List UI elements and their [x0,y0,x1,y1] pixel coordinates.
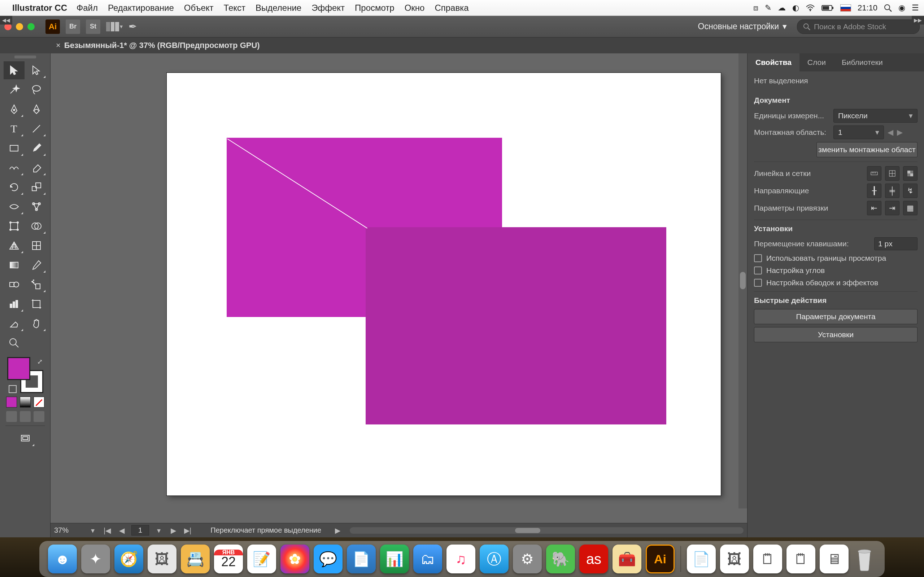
bridge-button[interactable]: Br [66,19,80,34]
artboard-tool[interactable] [26,295,47,313]
status-play-icon[interactable]: ▶ [335,526,340,535]
fill-stroke-indicator[interactable]: ⤢ [7,357,43,393]
shape-builder-tool[interactable] [26,217,47,235]
guides-lock-button[interactable]: ╪ [885,184,900,198]
wifi-icon[interactable] [806,4,815,11]
artboard-number[interactable]: 1 [131,525,149,535]
last-artboard-button[interactable]: ▶| [183,526,192,535]
adobe-stock-search[interactable]: Поиск в Adobe Stock [797,19,920,34]
draw-normal-button[interactable] [6,411,17,422]
horizontal-scroll-thumb[interactable] [515,528,540,533]
dock-pages[interactable]: 📄 [347,545,376,574]
swap-fill-stroke-icon[interactable]: ⤢ [37,358,43,366]
curvature-tool[interactable] [26,100,47,118]
snap-to-pixel-button[interactable]: ▦ [903,201,918,215]
gradient-mode-button[interactable] [20,397,31,408]
checkbox-strokes-effects[interactable]: Настройка обводок и эффектов [754,279,918,287]
tab-layers[interactable]: Слои [800,53,834,71]
zoom-level[interactable]: 37% [54,526,83,534]
dropbox-icon[interactable]: ⧈ [753,3,758,13]
eyedropper-tool[interactable] [26,256,47,274]
preferences-button[interactable]: Установки [754,327,918,342]
snap-to-grid-button[interactable]: ⇥ [885,201,900,215]
dock-illustrator[interactable]: Ai [646,545,675,574]
artboard-dropdown[interactable]: 1 [834,126,884,139]
dock-recent-4[interactable]: 🗒 [787,545,815,574]
dock-appstore[interactable]: Ⓐ [480,545,509,574]
app-name[interactable]: Illustrator CC [12,3,67,13]
dock-app-generic[interactable]: 🧰 [612,545,641,574]
menu-file[interactable]: Файл [76,3,98,13]
stock-button[interactable]: St [86,19,100,34]
menu-view[interactable]: Просмотр [355,3,394,13]
dock-settings[interactable]: ⚙ [513,545,542,574]
tab-properties[interactable]: Свойства [748,53,800,71]
dock-photos[interactable]: ✿ [281,545,309,574]
mesh-tool[interactable] [26,237,47,255]
symbol-sprayer-tool[interactable] [26,276,47,293]
document-tab-title[interactable]: Безымянный-1* @ 37% (RGB/Предпросмотр GP… [64,41,260,50]
artboard-dropdown[interactable] [154,526,163,535]
battery-icon[interactable] [822,5,834,11]
perspective-grid-tool[interactable] [3,237,24,255]
eraser-tool[interactable] [26,159,47,177]
none-mode-button[interactable] [34,397,44,408]
column-graph-tool[interactable] [3,295,24,313]
magic-wand-tool[interactable] [3,81,24,99]
checkbox-corners[interactable]: Настройка углов [754,266,918,275]
keymove-input[interactable]: 1 px [874,237,918,250]
arrange-documents-button[interactable]: ▾ [106,20,123,33]
dock-safari[interactable]: 🧭 [115,545,143,574]
prev-artboard-icon[interactable]: ◀ [888,128,893,137]
menu-object[interactable]: Объект [184,3,214,13]
workspace-switcher[interactable]: Основные настройки [694,22,791,31]
dock-evernote[interactable]: 🐘 [546,545,575,574]
cloud-icon[interactable]: ☁ [778,3,786,13]
dock-itunes[interactable]: ♫ [446,545,475,574]
zoom-tool[interactable] [3,334,24,352]
type-tool[interactable]: T [3,120,24,138]
collapse-left-handle[interactable]: ◀◀ [0,16,12,24]
window-zoom-button[interactable] [27,23,35,30]
rectangle-tool[interactable] [3,139,24,157]
fill-swatch[interactable] [7,357,30,380]
creative-cloud-icon[interactable]: ◐ [792,3,799,13]
collapse-right-handle[interactable]: ▶▶ [912,16,924,24]
free-transform-tool[interactable] [3,217,24,235]
checkbox-preview-bounds[interactable]: Использовать границы просмотра [754,254,918,263]
screen-mode-button[interactable] [15,429,36,448]
slice-tool[interactable] [3,314,24,332]
dock-recent-3[interactable]: 🗒 [753,545,782,574]
spotlight-icon[interactable] [884,4,892,12]
pen-tool[interactable] [3,100,24,118]
prev-artboard-button[interactable]: ◀ [117,526,126,535]
snap-to-point-button[interactable]: ⇤ [867,201,881,215]
dock-contacts[interactable]: 📇 [181,545,210,574]
menu-edit[interactable]: Редактирование [108,3,174,13]
hand-tool[interactable] [26,314,47,332]
guides-show-button[interactable]: ╂ [867,184,881,198]
dock-lastfm[interactable]: as [579,545,608,574]
shaper-tool[interactable] [3,159,24,177]
canvas-viewport[interactable] [50,53,747,523]
zoom-dropdown[interactable] [88,526,97,535]
width-tool[interactable] [3,198,24,216]
window-minimize-button[interactable] [16,23,23,30]
evernote-icon[interactable]: ✎ [765,3,771,13]
dock-recent-5[interactable]: 🖥 [820,545,848,574]
document-setup-button[interactable]: Параметры документа [754,309,918,324]
smart-guides-button[interactable]: ↯ [903,184,918,198]
transparency-grid-button[interactable] [903,166,918,181]
clock[interactable]: 21:10 [858,3,877,13]
menu-text[interactable]: Текст [224,3,246,13]
tab-libraries[interactable]: Библиотеки [834,53,891,71]
gpu-preview-icon[interactable]: ✒ [129,21,137,32]
menu-select[interactable]: Выделение [255,3,301,13]
dock-finder[interactable]: ☻ [48,545,77,574]
dock-launchpad[interactable]: ✦ [81,545,110,574]
dock-calendar[interactable]: ЯНВ 22 [214,545,243,574]
horizontal-scrollbar[interactable] [350,527,743,534]
dock-keynote[interactable]: 🗂 [413,545,442,574]
notification-center-icon[interactable]: ☰ [912,3,919,13]
paintbrush-tool[interactable] [26,139,47,157]
